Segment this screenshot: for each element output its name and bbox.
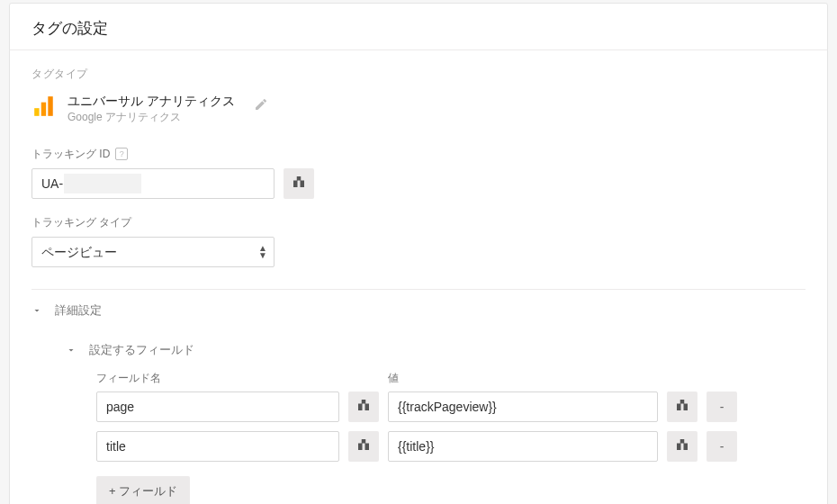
tracking-id-input[interactable] [32, 168, 274, 199]
svg-rect-2 [48, 96, 52, 116]
variable-picker-button[interactable] [667, 431, 698, 462]
advanced-settings-toggle[interactable]: 詳細設定 [10, 290, 827, 331]
chevron-down-icon [32, 305, 42, 316]
building-block-icon [291, 174, 307, 193]
tracking-id-group: トラッキング ID ? [10, 130, 827, 212]
field-value-input[interactable] [388, 431, 658, 462]
field-name-input[interactable] [96, 392, 339, 422]
tag-type-row: ユニバーサル アナリティクス Google アナリティクス [32, 93, 806, 125]
field-settings-toggle[interactable]: 設定するフィールド [10, 331, 827, 371]
variable-picker-button[interactable] [284, 168, 314, 199]
column-header-value: 値 [388, 371, 658, 386]
field-name-input[interactable] [96, 431, 339, 462]
variable-picker-button[interactable] [348, 431, 379, 462]
tracking-type-group: トラッキング タイプ ページビュー ▲▼ [10, 212, 827, 280]
field-settings-label: 設定するフィールド [89, 342, 194, 358]
tag-config-card: タグの設定 タグタイプ ユニバーサル アナリティクス Google アナリティク… [9, 3, 828, 504]
add-field-button[interactable]: + フィールド [96, 476, 190, 504]
column-header-name: フィールド名 [96, 371, 339, 386]
add-field-label: + フィールド [109, 483, 177, 500]
building-block-icon [356, 397, 372, 416]
tracking-type-label: トラッキング タイプ [32, 215, 806, 230]
tracking-id-label: トラッキング ID ? [32, 147, 806, 162]
building-block-icon [356, 436, 372, 455]
svg-rect-1 [41, 103, 46, 116]
variable-picker-button[interactable] [667, 392, 698, 422]
tracking-id-input-wrap [32, 168, 274, 199]
tag-type-name: ユニバーサル アナリティクス [68, 93, 235, 109]
tracking-type-select-wrap: ページビュー ▲▼ [32, 237, 274, 267]
google-analytics-icon [32, 93, 57, 118]
tag-type-provider: Google アナリティクス [68, 111, 235, 125]
tag-type-section-label: タグタイプ [32, 67, 806, 82]
tracking-type-select[interactable]: ページビュー [32, 237, 274, 267]
svg-rect-0 [34, 108, 39, 116]
card-title: タグの設定 [10, 4, 827, 50]
tag-type-texts: ユニバーサル アナリティクス Google アナリティクス [68, 93, 235, 125]
field-value-input[interactable] [388, 392, 658, 422]
building-block-icon [674, 397, 690, 416]
field-row: - [10, 431, 827, 471]
advanced-settings-label: 詳細設定 [55, 302, 102, 319]
tracking-id-label-text: トラッキング ID [32, 147, 110, 162]
variable-picker-button[interactable] [348, 392, 379, 422]
field-columns-header: フィールド名 値 [10, 371, 827, 392]
pencil-icon [254, 97, 268, 114]
remove-field-button[interactable]: - [706, 392, 737, 422]
tag-type-section: タグタイプ ユニバーサル アナリティクス Google アナリティクス [10, 50, 827, 130]
field-row: - [10, 392, 827, 431]
edit-tag-type-button[interactable] [251, 95, 271, 115]
building-block-icon [674, 436, 690, 455]
chevron-down-icon [66, 345, 76, 356]
remove-field-button[interactable]: - [706, 431, 737, 462]
help-icon[interactable]: ? [115, 148, 128, 160]
